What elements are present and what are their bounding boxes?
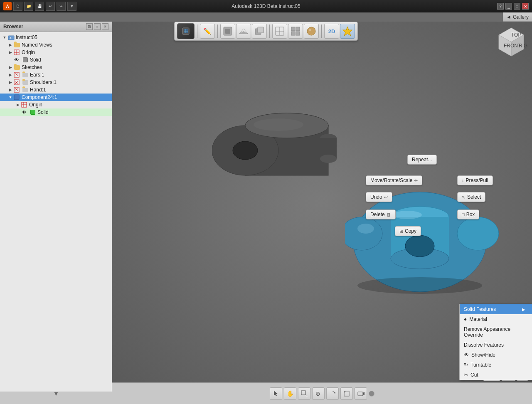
view-perspective-button[interactable] <box>236 24 251 39</box>
tree-label-origin2: Origin <box>29 102 42 108</box>
icon-ears-x <box>13 72 21 78</box>
box-button[interactable]: □ Box <box>457 209 479 219</box>
menu-item-show-hide[interactable]: 👁 Show/Hide <box>460 350 532 360</box>
svg-point-45 <box>254 118 303 131</box>
material-button[interactable] <box>304 24 319 39</box>
delete-button[interactable]: Delete 🗑 <box>366 209 396 219</box>
tree-label-hand: Hand:1 <box>30 87 46 93</box>
tree-item-solid2[interactable]: ▶ 👁 Solid <box>0 108 112 116</box>
view-front-button[interactable] <box>220 24 235 39</box>
tree-item-named-views[interactable]: ▶ Named Views <box>0 41 112 49</box>
tb-new[interactable]: 🗋 <box>13 2 22 11</box>
tree-item-hand[interactable]: ▶ Hand:1 <box>0 86 112 94</box>
menu-item-dissolve-features[interactable]: Dissolve Features <box>460 340 532 350</box>
toggle-sketches[interactable]: ▶ <box>7 64 13 70</box>
svg-rect-15 <box>291 32 295 35</box>
solid-features-label: Solid Features <box>464 306 496 312</box>
shape-dark-3d <box>212 84 345 217</box>
zoom-fit-button[interactable] <box>340 387 353 400</box>
toggle-origin[interactable]: ▶ <box>7 49 13 55</box>
tree-item-solid[interactable]: ▶ 👁 Solid <box>0 56 112 64</box>
move-rotate-scale-button[interactable]: Move/Rotate/Scale ✛ <box>366 175 422 185</box>
icon-shoulders-x <box>13 79 21 85</box>
tree-item-ears[interactable]: ▶ Ears:1 <box>0 71 112 79</box>
select-button[interactable]: ↖ Select <box>457 192 485 202</box>
tree-item-component24[interactable]: ▼ Component24:1 <box>0 94 112 101</box>
close-button[interactable]: ✕ <box>522 3 529 10</box>
toggle-component24[interactable]: ▼ <box>7 94 13 100</box>
toggle-named-views[interactable]: ▶ <box>7 42 13 48</box>
browser-icon-2[interactable]: ≡ <box>94 23 101 30</box>
menu-item-material[interactable]: ● Material <box>460 314 532 324</box>
settings-circle-button[interactable] <box>369 391 374 397</box>
icon-sketches <box>13 64 21 70</box>
toggle-origin2[interactable]: ▶ <box>15 102 21 108</box>
hand-button[interactable]: ✋ <box>284 387 296 400</box>
svg-text:👁: 👁 <box>14 57 19 62</box>
browser-close-button[interactable]: ✕ <box>102 23 108 30</box>
tb-open[interactable]: 📁 <box>24 2 33 11</box>
tree-item-origin2[interactable]: ▶ Origin <box>0 101 112 108</box>
toggle-instruct05[interactable]: ▼ <box>2 34 7 40</box>
grid-button[interactable] <box>288 24 303 39</box>
tree-item-instruct05[interactable]: ▼ A instruct05 <box>0 34 112 41</box>
titlebar-title: Autodesk 123D Beta instruct05 <box>232 3 300 9</box>
snap-button[interactable] <box>340 24 355 39</box>
toggle-ears[interactable]: ▶ <box>7 72 13 78</box>
tb-redo[interactable]: ↪ <box>57 2 66 11</box>
press-pull-label: Press/Pull <box>466 177 488 183</box>
copy-label: Copy <box>405 228 416 234</box>
tree-label-shoulders: Shoulders:1 <box>30 79 57 85</box>
tb-save[interactable]: 💾 <box>35 2 44 11</box>
svg-text:TOP: TOP <box>511 32 521 38</box>
delete-label: Delete <box>370 212 385 217</box>
sketch-button[interactable]: ✏️ <box>200 24 215 39</box>
menu-item-solid-features[interactable]: Solid Features ▶ <box>460 304 532 314</box>
minimize-button[interactable]: _ <box>505 3 512 10</box>
tree-item-shoulders[interactable]: ▶ Shoulders:1 <box>0 79 112 86</box>
toggle-hand[interactable]: ▶ <box>7 87 13 93</box>
icon-instruct05: A <box>7 34 15 40</box>
maximize-button[interactable]: □ <box>514 3 520 10</box>
gallery-arrow-left[interactable]: ◄ <box>506 14 511 20</box>
undo-button[interactable]: Undo ↩ <box>366 192 392 202</box>
tb-undo[interactable]: ↩ <box>46 2 55 11</box>
material-label: Material <box>469 316 487 322</box>
menu-item-cut[interactable]: ✂ Cut <box>460 370 532 380</box>
help-icon[interactable]: ? <box>497 3 504 10</box>
2d-button[interactable]: 2D <box>324 24 339 39</box>
icon-solid-gray-box <box>22 57 29 63</box>
titlebar-controls: ? _ □ ✕ <box>497 3 529 10</box>
svg-rect-14 <box>296 27 300 31</box>
viewcube[interactable]: TOP FRONT RIGHT <box>495 26 528 59</box>
view-back-button[interactable] <box>252 24 267 39</box>
tree-label-sketches: Sketches <box>22 64 42 70</box>
wireframe-button[interactable] <box>272 24 287 39</box>
toggle-shoulders[interactable]: ▶ <box>7 79 13 85</box>
remove-appearance-label: Remove Appearance Override <box>464 326 525 338</box>
titlebar-left: A 🗋 📁 💾 ↩ ↪ ▼ <box>3 2 76 11</box>
pan-button[interactable]: ⊕ <box>312 387 325 400</box>
camera-button[interactable] <box>355 387 367 400</box>
svg-rect-16 <box>296 32 300 35</box>
viewport[interactable]: TOP FRONT RIGHT Repeat... Move/Rotate/Sc… <box>112 22 532 382</box>
rotate-button[interactable] <box>326 387 339 400</box>
gallery-label: Gallery <box>513 14 529 20</box>
copy-button[interactable]: ⊞ Copy <box>395 226 421 236</box>
cursor-button[interactable] <box>270 387 282 400</box>
tree-item-origin[interactable]: ▶ Origin <box>0 49 112 56</box>
home-view-button[interactable] <box>177 23 195 39</box>
tree-item-sketches[interactable]: ▶ Sketches <box>0 64 112 71</box>
zoom-region-button[interactable] <box>298 387 310 400</box>
browser-panel: Browser ⊞ ≡ ✕ ▼ A instruct05 ▶ Named Vie… <box>0 22 112 392</box>
menu-item-remove-appearance[interactable]: Remove Appearance Override <box>460 324 532 340</box>
menu-item-turntable[interactable]: ↻ Turntable <box>460 360 532 370</box>
repeat-button[interactable]: Repeat... <box>407 155 437 165</box>
press-pull-button[interactable]: ↕ Press/Pull <box>457 175 493 185</box>
browser-icon-1[interactable]: ⊞ <box>86 23 93 30</box>
tb-more[interactable]: ▼ <box>67 2 76 11</box>
tree-label-instruct05: instruct05 <box>16 34 37 40</box>
svg-point-57 <box>357 224 374 234</box>
svg-line-82 <box>305 394 307 397</box>
svg-text:👁: 👁 <box>22 110 26 115</box>
